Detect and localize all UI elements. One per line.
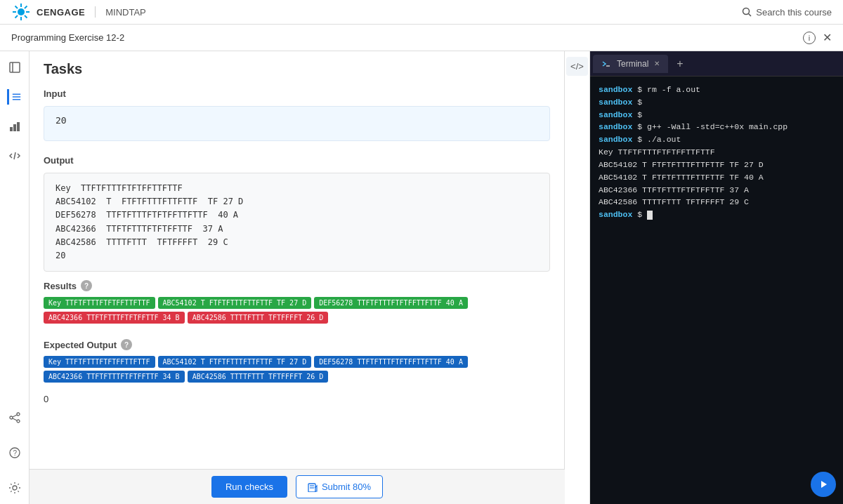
top-header: CENGAGE MINDTAP Search this course (0, 0, 843, 25)
sidebar-item-code[interactable] (7, 148, 22, 164)
terminal-line-2: sandbox $ (599, 96, 835, 109)
result-badge: Key TTFTFTTTFTFTFFTTFTTF (44, 297, 155, 309)
terminal-close-icon[interactable]: ✕ (654, 60, 660, 67)
cengage-logo-text: CENGAGE (37, 7, 85, 18)
input-label: Input (30, 83, 564, 103)
svg-point-20 (17, 413, 20, 416)
sidebar-item-share[interactable] (7, 410, 22, 425)
submit-button[interactable]: Submit 80% (296, 475, 383, 498)
breadcrumb: Programming Exercise 12-2 (11, 32, 124, 43)
code-panel-toggle[interactable]: </> (565, 51, 590, 504)
terminal-tabs: Terminal ✕ + (590, 51, 843, 77)
output-label: Output (30, 150, 564, 170)
svg-point-27 (13, 486, 17, 490)
svg-point-9 (743, 8, 750, 15)
result-badge: DEF56278 TTFTFTTTFTFTFFTTFTTF 40 A (314, 297, 468, 309)
main-layout: ? Tasks Input 20 Output Key TTFTFTTTFTFT… (0, 51, 843, 504)
expected-rows: Key TTFTFTTTFTFTFFTTFTTF ABC54102 T FTFT… (44, 356, 550, 383)
terminal-panel: Terminal ✕ + sandbox $ rm -f a.out sandb… (590, 51, 843, 504)
code-toggle-label[interactable]: </> (566, 57, 588, 76)
svg-rect-16 (10, 127, 13, 131)
breadcrumb-icons: i ✕ (803, 32, 832, 44)
terminal-line-4: sandbox $ g++ -Wall -std=c++0x main.cpp (599, 121, 835, 133)
terminal-line-prompt: sandbox $ (599, 208, 835, 221)
cengage-logo-icon (11, 2, 31, 22)
input-value: 20 (55, 115, 67, 126)
output-line-3: DEF56278 TTFTFTTTFTFTFFTTFTTF 40 A (55, 208, 538, 222)
sidebar-item-chart[interactable] (7, 119, 22, 134)
expected-badge: Key TTFTFTTTFTFTFFTTFTTF (44, 356, 155, 368)
expected-row-2: ABC42366 TTFTFTTTFTFTFFTTF 34 B ABC42586… (44, 371, 550, 383)
search-text: Search this course (756, 7, 832, 18)
expected-badge: ABC42366 TTFTFTTTFTFTFFTTF 34 B (44, 371, 185, 383)
terminal-output-3: ABC54102 T FTFTFTTTFTTFTTF TF 40 A (599, 171, 835, 184)
tasks-panel: Tasks Input 20 Output Key TTFTFTTTFTFTFF… (30, 51, 565, 469)
terminal-add-button[interactable]: + (671, 55, 688, 73)
terminal-line-5: sandbox $ ./a.out (599, 133, 835, 146)
svg-point-21 (10, 416, 13, 419)
expected-badge: DEF56278 TTFTFTTTFTFTFFTTFTTF 40 A (314, 356, 468, 368)
sidebar-item-help[interactable]: ? (7, 445, 22, 460)
terminal-output-5: ABC42586 TTTTFTTT TFTFFFFT 29 C (599, 196, 835, 208)
svg-line-10 (749, 14, 752, 17)
svg-text:?: ? (13, 449, 17, 457)
sidebar-item-book[interactable] (7, 60, 22, 75)
results-help-icon[interactable]: ? (81, 280, 92, 291)
run-checks-button[interactable]: Run checks (211, 476, 287, 498)
output-line-1: Key TTFTFTTTFTFTFFTTFTTF (55, 182, 538, 195)
play-icon (818, 479, 829, 490)
svg-line-5 (15, 6, 18, 9)
terminal-icon (601, 59, 611, 69)
expected-label: Expected Output ? (44, 339, 550, 350)
close-icon[interactable]: ✕ (823, 32, 832, 44)
svg-line-7 (25, 6, 27, 9)
submit-label: Submit 80% (322, 482, 371, 492)
svg-line-24 (13, 418, 17, 420)
logo-area: CENGAGE MINDTAP (11, 2, 146, 22)
terminal-tab[interactable]: Terminal ✕ (593, 55, 668, 73)
svg-rect-18 (17, 122, 20, 131)
result-badge: ABC54102 T FTFTFTTTFTTFTTF TF 27 D (158, 297, 312, 309)
output-line-4: ABC42366 TTFTFTTTFTFTFFTTF 37 A (55, 223, 538, 236)
svg-line-19 (14, 152, 15, 159)
score-text: 0 (44, 391, 550, 416)
logo-divider (95, 6, 96, 18)
result-row-1: Key TTFTFTTTFTFTFFTTFTTF ABC54102 T FTFT… (44, 297, 550, 309)
svg-line-6 (25, 15, 27, 18)
terminal-output-4: ABC42366 TTFTFTTTFTFTFFTTF 37 A (599, 184, 835, 197)
terminal-output-1: Key TTFTFTTTFTFTFFTTFTTF (599, 146, 835, 159)
terminal-body[interactable]: sandbox $ rm -f a.out sandbox $ sandbox … (590, 77, 843, 504)
input-box: 20 (44, 106, 550, 141)
search-area[interactable]: Search this course (742, 7, 832, 18)
search-icon (742, 7, 752, 17)
result-badge: ABC42366 TTFTFTTTFTFTFFTTF 34 B (44, 312, 185, 324)
svg-line-8 (15, 15, 18, 18)
left-sidebar: ? (0, 51, 30, 504)
terminal-line-3: sandbox $ (599, 109, 835, 121)
output-line-2: ABC54102 T FTFTFTTTFTTFTTF TF 27 D (55, 195, 538, 208)
sidebar-item-settings[interactable] (7, 480, 22, 496)
terminal-tab-label: Terminal (617, 59, 648, 69)
submit-icon (308, 482, 318, 492)
bottom-bar: Run checks Submit 80% (30, 469, 565, 504)
svg-line-23 (13, 415, 17, 417)
output-box: Key TTFTFTTTFTFTFFTTFTTF ABC54102 T FTFT… (44, 173, 550, 272)
sidebar-item-list[interactable] (7, 89, 22, 105)
tasks-heading: Tasks (30, 51, 564, 83)
expected-help-icon[interactable]: ? (121, 339, 132, 350)
output-line-5: ABC42586 TTTTFTTT TFTFFFFT 29 C (55, 236, 538, 249)
info-icon[interactable]: i (803, 32, 816, 44)
play-button[interactable] (811, 472, 836, 497)
svg-marker-32 (821, 481, 827, 488)
results-label: Results ? (44, 280, 550, 291)
tasks-wrapper: Tasks Input 20 Output Key TTFTFTTTFTFTFF… (30, 51, 565, 504)
mindtap-logo-text: MINDTAP (105, 7, 146, 18)
expected-section: Expected Output ? Key TTFTFTTTFTFTFFTTFT… (30, 339, 564, 423)
results-rows: Key TTFTFTTTFTFTFFTTFTTF ABC54102 T FTFT… (44, 297, 550, 324)
expected-badge: ABC54102 T FTFTFTTTFTTFTTF TF 27 D (158, 356, 312, 368)
terminal-output-2: ABC54102 T FTFTFTTTFTTFTTF TF 27 D (599, 159, 835, 171)
output-line-6: 20 (55, 249, 538, 263)
expected-row-1: Key TTFTFTTTFTFTFFTTFTTF ABC54102 T FTFT… (44, 356, 550, 368)
result-badge: ABC42586 TTTTFTTT TFTFFFFT 26 D (188, 312, 329, 324)
svg-point-22 (17, 420, 20, 423)
